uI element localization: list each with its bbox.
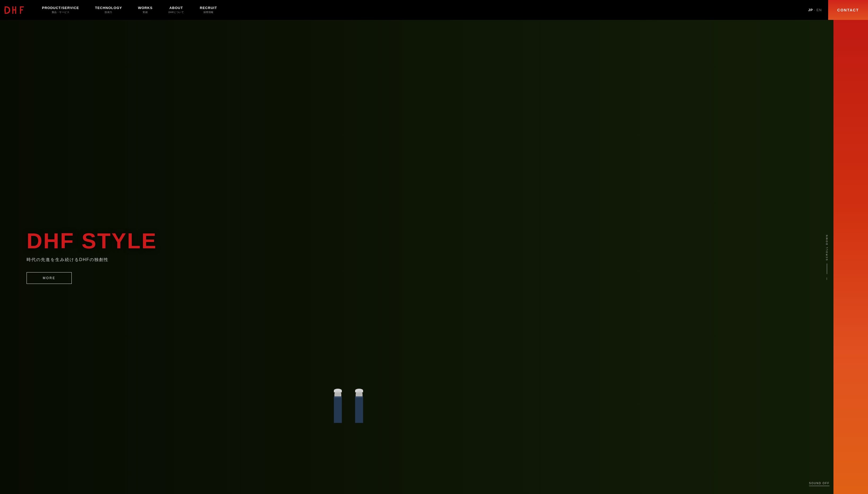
nav-item-works[interactable]: WORKS 実績	[130, 0, 160, 20]
workers-area	[330, 386, 367, 423]
contact-side-panel	[833, 20, 868, 494]
nav-item-about[interactable]: ABOUT DHFについて	[160, 0, 192, 20]
contact-header-button[interactable]: CONTACT	[828, 0, 868, 20]
svg-rect-0	[5, 6, 6, 14]
dhf-logo[interactable]	[4, 5, 30, 15]
lang-jp-button[interactable]: JP	[808, 8, 813, 12]
hero-content: DHF STYLE 時代の先進を生み続けるDHFの独創性 MORE	[0, 230, 184, 284]
sound-label: SOUND OFF	[809, 482, 830, 485]
hero-subtitle: 時代の先進を生み続けるDHFの独創性	[26, 257, 157, 263]
worker-body-2	[355, 396, 363, 423]
worker-1	[330, 386, 346, 423]
worker-2	[351, 386, 367, 423]
nav-item-recruit[interactable]: RECRUIT 採用情報	[192, 0, 225, 20]
svg-rect-3	[12, 9, 16, 10]
svg-rect-5	[20, 6, 24, 7]
hero-title: DHF STYLE	[26, 230, 157, 252]
lang-en-button[interactable]: EN	[816, 8, 822, 12]
svg-rect-6	[20, 9, 23, 10]
scroll-down-text: SCROLL DOWN	[826, 234, 828, 261]
sound-control[interactable]: SOUND OFF	[809, 482, 830, 486]
scroll-line	[827, 263, 827, 274]
scroll-indicator: SCROLL DOWN |	[826, 234, 828, 280]
nav-item-product-service[interactable]: PRODUCT/SERVICE 製品・サービス	[34, 0, 87, 20]
lang-separator: -	[814, 8, 815, 12]
header: PRODUCT/SERVICE 製品・サービス TECHNOLOGY 技術力 W…	[0, 0, 868, 20]
hero-section: DHF STYLE 時代の先進を生み続けるDHFの独創性 MORE SCROLL…	[0, 20, 868, 494]
hero-more-button[interactable]: MORE	[26, 272, 72, 284]
worker-body-1	[334, 396, 342, 423]
main-nav: PRODUCT/SERVICE 製品・サービス TECHNOLOGY 技術力 W…	[34, 0, 802, 20]
language-switcher: JP - EN	[802, 0, 828, 20]
scroll-dash: |	[827, 277, 827, 280]
logo-area[interactable]	[0, 0, 34, 20]
nav-item-technology[interactable]: TECHNOLOGY 技術力	[87, 0, 130, 20]
sound-underline	[809, 486, 830, 486]
